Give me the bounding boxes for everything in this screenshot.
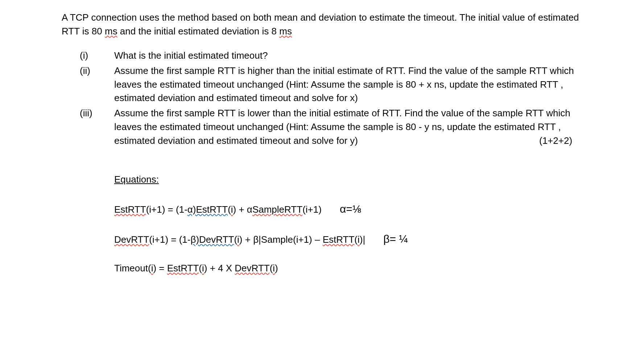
eq2-p4: ( [234,234,237,245]
eq1-p2: (i+1) = (1- [146,204,187,215]
question-iii-body: Assume the first sample RTT is lower tha… [114,108,570,146]
eq1-p1: EstRTT [114,204,146,215]
question-ii: (ii) Assume the first sample RTT is high… [80,64,582,105]
equation-timeout: Timeout(i) = EstRTT(i) + 4 X DevRTT(i) [114,262,582,275]
eq1-p3: α)EstRTT [187,204,228,215]
intro-ms-2: ms [279,26,292,37]
question-text-i: What is the initial estimated timeout? [114,49,582,63]
equation-devrtt: DevRTT(i+1) = (1-β)DevRTT(i) + β|Sample(… [114,231,582,247]
equation-estrtt: EstRTT(i+1) = (1-α)EstRTT(i) + αSampleRT… [114,201,582,217]
eq1-p7: SampleRTT [252,204,302,215]
equation-devrtt-main: DevRTT(i+1) = (1-β)DevRTT(i) + β|Sample(… [114,233,365,247]
questions-list: (i) What is the initial estimated timeou… [62,49,582,147]
eq2-param: β= ¼ [383,231,408,247]
question-text-iii: Assume the first sample RTT is lower tha… [114,107,582,147]
equations-heading: Equations: [114,173,582,187]
equation-timeout-main: Timeout(i) = EstRTT(i) + 4 X DevRTT(i) [114,262,278,275]
question-i: (i) What is the initial estimated timeou… [80,49,582,63]
eq1-p8: (i+1) [302,204,322,215]
eq3-p8: DevRTT [235,263,269,274]
eq2-p2: (i+1) = (1- [149,234,190,245]
eq2-p1: DevRTT [114,234,149,245]
intro-text-2: and the initial estimated deviation is 8 [117,26,280,37]
intro-paragraph: A TCP connection uses the method based o… [62,11,582,38]
eq3-p4: EstRTT [167,263,199,274]
question-label-ii: (ii) [80,64,114,105]
eq3-p7: ) + 4 X [204,263,235,274]
question-text-ii: Assume the first sample RTT is higher th… [114,64,582,105]
eq1-p6: ) + α [233,204,252,215]
eq2-p10: )| [360,234,365,245]
intro-ms-1: ms [105,26,117,37]
question-iii: (iii) Assume the first sample RTT is low… [80,107,582,147]
eq2-p8: ( [354,234,358,245]
question-label-i: (i) [80,49,114,63]
eq1-p4: ( [228,204,231,215]
eq2-p7: EstRTT [323,234,355,245]
question-marks: (1+2+2) [539,134,572,148]
eq2-p6: ) + β|Sample(i+1) – [239,234,323,245]
eq3-p5: ( [199,263,202,274]
eq3-p1: Timeout( [114,263,151,274]
equation-estrtt-main: EstRTT(i+1) = (1-α)EstRTT(i) + αSampleRT… [114,203,322,217]
eq3-p3: ) = [153,263,167,274]
eq1-param: α=⅛ [340,201,362,217]
equations-section: Equations: EstRTT(i+1) = (1-α)EstRTT(i) … [62,173,582,275]
eq2-p3: β)DevRTT [190,234,234,245]
eq3-p11: ) [275,263,278,274]
question-label-iii: (iii) [80,107,114,147]
